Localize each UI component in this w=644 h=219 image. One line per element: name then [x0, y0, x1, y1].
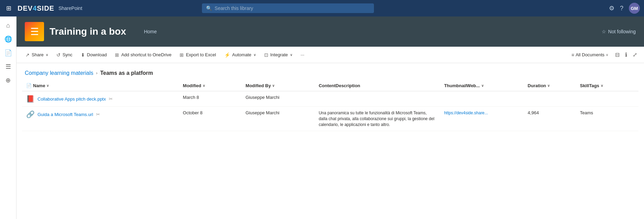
onedrive-icon: ⊞ — [115, 52, 119, 58]
sidebar-list-icon[interactable]: ☰ — [2, 60, 14, 73]
breadcrumb: Company learning materials › Teams as a … — [17, 63, 644, 80]
onedrive-button[interactable]: ⊞ Add shortcut to OneDrive — [111, 50, 175, 60]
breadcrumb-parent[interactable]: Company learning materials — [25, 70, 93, 76]
file-table-wrapper: 📄 Name ∨ Modified ∨ — [17, 80, 644, 131]
sidebar-add-icon[interactable]: ⊕ — [2, 74, 14, 87]
modified-sort-icon: ∨ — [203, 84, 205, 88]
suite-title: Training in a box — [50, 26, 126, 37]
suite-nav-home[interactable]: Home — [140, 26, 161, 37]
download-icon: ⬇ — [81, 52, 85, 58]
not-following-button[interactable]: ☆ Not following — [602, 29, 636, 34]
excel-button[interactable]: ⊞ Export to Excel — [176, 50, 219, 60]
row2-thumb[interactable]: https://dev4side.share... — [440, 107, 524, 131]
row1-modby: Giuseppe Marchi — [242, 91, 315, 107]
filter-icon[interactable]: ⊟ — [614, 50, 621, 59]
dur-sort-icon: ∨ — [547, 84, 550, 88]
file-table: 📄 Name ∨ Modified ∨ — [22, 80, 638, 131]
sync-icon: ↺ — [56, 52, 61, 58]
table-header: 📄 Name ∨ Modified ∨ — [22, 80, 638, 91]
toolbar: ↗ Share ∨ ↺ Sync ⬇ Download ⊞ Add shortc… — [17, 47, 644, 63]
search-input[interactable] — [215, 5, 370, 11]
row2-duration: 4,964 — [524, 107, 576, 131]
file-icon-header: 📄 — [26, 83, 32, 88]
row1-pin-icon: ✂ — [109, 96, 113, 102]
not-following-label: Not following — [608, 29, 636, 34]
sync-button[interactable]: ↺ Sync — [53, 50, 76, 60]
star-icon: ☆ — [602, 29, 606, 34]
waffle-icon[interactable]: ⊞ — [4, 2, 13, 14]
search-icon: 🔍 — [206, 5, 212, 11]
integrate-button[interactable]: ⊡ Integrate ∨ — [261, 50, 296, 60]
view-lines-icon: ≡ — [571, 52, 574, 58]
table-row: 📕 Collaborative Apps pitch deck.pptx ✂ M… — [22, 91, 638, 107]
share-chevron: ∨ — [46, 53, 48, 57]
share-button[interactable]: ↗ Share ∨ — [22, 50, 52, 60]
row2-skills: Teams — [576, 107, 638, 131]
row1-name-inner: 📕 Collaborative Apps pitch deck.pptx ✂ — [26, 95, 175, 103]
toolbar-right: ≡ All Documents ∨ ⊟ ℹ ⤢ — [569, 50, 638, 59]
sidebar-globe-icon[interactable]: 🌐 — [2, 33, 14, 45]
url-icon: 🔗 — [26, 110, 35, 118]
col-header-modby[interactable]: Modified By ∨ — [242, 80, 315, 91]
app-name: SharePoint — [58, 5, 82, 11]
breadcrumb-current: Teams as a platform — [100, 70, 153, 76]
main-content: ☰ Training in a box Home ☆ Not following… — [17, 16, 644, 219]
thumb-sort-icon: ∨ — [481, 84, 484, 88]
settings-icon[interactable]: ⚙ — [609, 4, 614, 12]
skill-sort-icon: ∨ — [601, 84, 603, 88]
row2-filename[interactable]: Guida a Microsoft Teams.url — [37, 112, 93, 117]
name-sort-icon: ∨ — [46, 84, 49, 88]
help-icon[interactable]: ? — [620, 5, 623, 12]
more-button[interactable]: ··· — [297, 50, 308, 59]
row2-thumb-url[interactable]: https://dev4side.share... — [444, 111, 488, 115]
modby-sort-icon: ∨ — [272, 84, 275, 88]
row2-name-inner: 🔗 Guida a Microsoft Teams.url ✂ — [26, 110, 175, 118]
col-header-duration[interactable]: Duration ∨ — [524, 80, 576, 91]
row1-filename[interactable]: Collaborative Apps pitch deck.pptx — [37, 96, 106, 102]
row1-skills — [576, 91, 638, 107]
top-navigation: ⊞ DEV4SIDE SharePoint 🔍 ⚙ ? GM — [0, 0, 644, 16]
automate-chevron: ∨ — [254, 53, 256, 57]
col-header-modified[interactable]: Modified ∨ — [179, 80, 242, 91]
suite-icon: ☰ — [25, 22, 44, 41]
breadcrumb-separator: › — [96, 71, 97, 76]
col-header-skills[interactable]: SkillTags ∨ — [576, 80, 638, 91]
col-header-name[interactable]: 📄 Name ∨ — [22, 80, 179, 91]
row1-name-cell: 📕 Collaborative Apps pitch deck.pptx ✂ — [22, 91, 179, 107]
suite-left: ☰ Training in a box Home — [25, 22, 161, 41]
row1-modified: March 8 — [179, 91, 242, 107]
automate-icon: ⚡ — [224, 52, 230, 58]
table-body: 📕 Collaborative Apps pitch deck.pptx ✂ M… — [22, 91, 638, 131]
view-toggle[interactable]: ≡ All Documents ∨ — [569, 51, 611, 59]
pptx-icon: 📕 — [26, 95, 35, 103]
search-bar[interactable]: 🔍 — [202, 3, 374, 13]
row2-modby: Giuseppe Marchi — [242, 107, 315, 131]
logo-area: DEV4SIDE SharePoint — [18, 4, 82, 12]
table-row: 🔗 Guida a Microsoft Teams.url ✂ October … — [22, 107, 638, 131]
row1-duration — [524, 91, 576, 107]
sidebar: ⌂ 🌐 📄 ☰ ⊕ — [0, 16, 17, 219]
expand-icon[interactable]: ⤢ — [631, 50, 638, 59]
sidebar-home-icon[interactable]: ⌂ — [2, 19, 14, 32]
suite-nav: Home — [140, 26, 161, 37]
row1-thumb — [440, 91, 524, 107]
row2-modified: October 8 — [179, 107, 242, 131]
col-header-thumb[interactable]: ThumbnailWeb... ∨ — [440, 80, 524, 91]
layout: ⌂ 🌐 📄 ☰ ⊕ ☰ Training in a box Home ☆ Not… — [0, 16, 644, 219]
excel-icon: ⊞ — [180, 52, 184, 58]
row2-desc-text: Una panoramica su tutte le funzionalità … — [319, 111, 434, 127]
info-icon[interactable]: ℹ — [624, 50, 629, 59]
row2-desc: Una panoramica su tutte le funzionalità … — [314, 107, 440, 131]
row2-name-cell: 🔗 Guida a Microsoft Teams.url ✂ — [22, 107, 179, 131]
row2-pin-icon: ✂ — [96, 112, 100, 117]
sidebar-page-icon[interactable]: 📄 — [2, 47, 14, 59]
col-header-desc: ContentDescription — [314, 80, 440, 91]
avatar[interactable]: GM — [629, 3, 640, 14]
share-icon: ↗ — [25, 52, 30, 58]
automate-button[interactable]: ⚡ Automate ∨ — [221, 50, 259, 60]
row1-desc — [314, 91, 440, 107]
download-button[interactable]: ⬇ Download — [77, 50, 110, 60]
integrate-icon: ⊡ — [264, 52, 268, 58]
logo-text: DEV4SIDE — [18, 4, 54, 12]
integrate-chevron: ∨ — [290, 53, 292, 57]
